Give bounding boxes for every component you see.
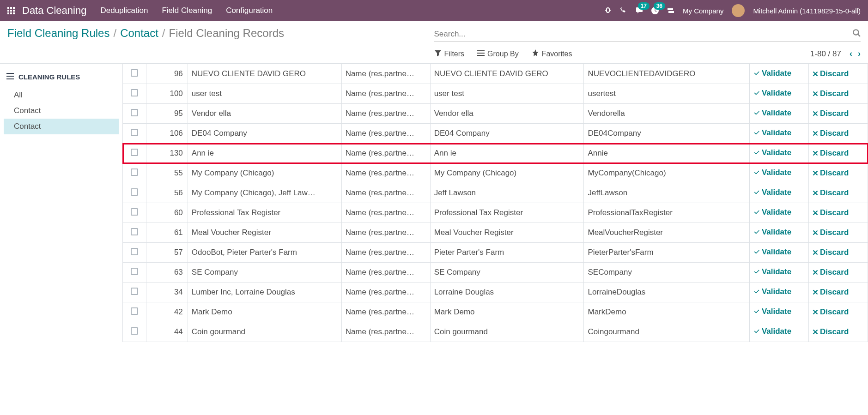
phone-icon[interactable] <box>620 7 627 14</box>
cell-id: 130 <box>146 144 188 163</box>
validate-button[interactable]: Validate <box>753 69 791 78</box>
cell-field: Name (res.partne… <box>341 203 430 223</box>
cell-record: Lumber Inc, Lorraine Douglas <box>188 283 341 302</box>
cell-suggested: LorraineDouglas <box>584 283 749 302</box>
cell-field: Name (res.partne… <box>341 243 430 263</box>
svg-rect-14 <box>6 73 14 74</box>
cell-current: Vendor ella <box>430 104 584 124</box>
row-checkbox[interactable] <box>131 69 138 77</box>
discard-button[interactable]: Discard <box>813 188 849 198</box>
row-checkbox[interactable] <box>131 188 138 196</box>
row-checkbox[interactable] <box>131 208 138 216</box>
cell-record: Vendor ella <box>188 104 341 124</box>
discard-button[interactable]: Discard <box>813 129 849 138</box>
validate-button[interactable]: Validate <box>753 228 791 237</box>
settings-icon[interactable] <box>667 7 674 14</box>
discard-button[interactable]: Discard <box>813 327 849 337</box>
validate-button[interactable]: Validate <box>753 327 791 336</box>
discard-button[interactable]: Discard <box>813 89 849 98</box>
favorites-button[interactable]: Favorites <box>532 49 572 59</box>
cell-record: NUEVO CLIENTE DAVID GERO <box>188 64 341 84</box>
validate-button[interactable]: Validate <box>753 208 791 217</box>
row-checkbox[interactable] <box>131 149 138 156</box>
svg-rect-12 <box>477 53 485 54</box>
app-brand[interactable]: Data Cleaning <box>22 5 86 17</box>
nav-menu-configuration[interactable]: Configuration <box>226 6 273 15</box>
pager-next-icon[interactable]: › <box>858 49 861 59</box>
pager-text[interactable]: 1-80 / 87 <box>810 49 841 59</box>
cell-current: Coin gourmand <box>430 322 584 342</box>
validate-button[interactable]: Validate <box>753 89 791 98</box>
row-checkbox[interactable] <box>131 248 138 255</box>
row-checkbox[interactable] <box>131 109 138 116</box>
validate-button[interactable]: Validate <box>753 148 791 157</box>
cell-record: DE04 Company <box>188 124 341 144</box>
row-checkbox[interactable] <box>131 268 138 275</box>
cell-record: My Company (Chicago), Jeff Law… <box>188 183 341 203</box>
messages-icon[interactable]: 17 <box>636 7 643 14</box>
company-selector[interactable]: My Company <box>683 7 723 15</box>
table-row: 106DE04 CompanyName (res.partne…DE04 Com… <box>123 124 868 144</box>
row-checkbox[interactable] <box>131 228 138 235</box>
svg-rect-11 <box>477 50 485 51</box>
list-icon <box>477 49 485 59</box>
search-icon[interactable] <box>852 29 861 39</box>
discard-button[interactable]: Discard <box>813 208 849 217</box>
cell-field: Name (res.partne… <box>341 144 430 163</box>
discard-button[interactable]: Discard <box>813 268 849 277</box>
row-checkbox[interactable] <box>131 327 138 335</box>
discard-button[interactable]: Discard <box>813 288 849 297</box>
cell-suggested: MyCompany(Chicago) <box>584 163 749 183</box>
favorites-label: Favorites <box>542 50 572 58</box>
cell-suggested: NUEVOCLIENTEDAVIDGERO <box>584 64 749 84</box>
cell-suggested: Coingourmand <box>584 322 749 342</box>
discard-button[interactable]: Discard <box>813 307 849 317</box>
discard-button[interactable]: Discard <box>813 248 849 257</box>
activities-icon[interactable]: 36 <box>651 7 659 14</box>
hamburger-icon[interactable] <box>6 73 14 81</box>
validate-button[interactable]: Validate <box>753 168 791 177</box>
row-checkbox[interactable] <box>131 307 138 315</box>
cell-current: Lorraine Douglas <box>430 283 584 302</box>
validate-button[interactable]: Validate <box>753 188 791 197</box>
row-checkbox[interactable] <box>131 89 138 96</box>
discard-button[interactable]: Discard <box>813 228 849 237</box>
discard-button[interactable]: Discard <box>813 109 849 118</box>
nav-menu-deduplication[interactable]: Deduplication <box>100 6 148 15</box>
user-avatar[interactable] <box>732 4 745 17</box>
row-checkbox[interactable] <box>131 168 138 176</box>
row-checkbox[interactable] <box>131 288 138 295</box>
nav-menu-field-cleaning[interactable]: Field Cleaning <box>162 6 212 15</box>
discard-button[interactable]: Discard <box>813 69 849 78</box>
table-row: 42Mark DemoName (res.partne…Mark DemoMar… <box>123 302 868 322</box>
sidebar-item[interactable]: Contact <box>4 119 119 134</box>
breadcrumb-root[interactable]: Field Cleaning Rules <box>7 27 109 40</box>
row-checkbox[interactable] <box>131 129 138 136</box>
apps-icon[interactable] <box>7 7 15 14</box>
breadcrumb-mid[interactable]: Contact <box>120 27 158 40</box>
validate-button[interactable]: Validate <box>753 267 791 277</box>
cell-suggested: SECompany <box>584 263 749 283</box>
validate-button[interactable]: Validate <box>753 108 791 118</box>
table-row: 57OdooBot, Pieter Parter's FarmName (res… <box>123 243 868 263</box>
pager-prev-icon[interactable]: ‹ <box>850 49 852 59</box>
svg-rect-3 <box>7 10 9 12</box>
discard-button[interactable]: Discard <box>813 149 849 158</box>
cell-record: Mark Demo <box>188 302 341 322</box>
validate-button[interactable]: Validate <box>753 128 791 138</box>
filters-button[interactable]: Filters <box>434 49 465 59</box>
validate-button[interactable]: Validate <box>753 247 791 257</box>
sidebar-item[interactable]: All <box>4 87 119 103</box>
debug-icon[interactable] <box>604 7 612 14</box>
sidebar-item[interactable]: Contact <box>4 103 119 119</box>
validate-button[interactable]: Validate <box>753 307 791 316</box>
cell-field: Name (res.partne… <box>341 283 430 302</box>
user-menu[interactable]: Mitchell Admin (14119829-15-0-all) <box>753 7 861 15</box>
cell-field: Name (res.partne… <box>341 263 430 283</box>
groupby-button[interactable]: Group By <box>477 49 519 59</box>
search-input[interactable] <box>434 30 853 39</box>
cell-id: 56 <box>146 183 188 203</box>
validate-button[interactable]: Validate <box>753 287 791 296</box>
discard-button[interactable]: Discard <box>813 168 849 178</box>
cell-current: Pieter Parter's Farm <box>430 243 584 263</box>
